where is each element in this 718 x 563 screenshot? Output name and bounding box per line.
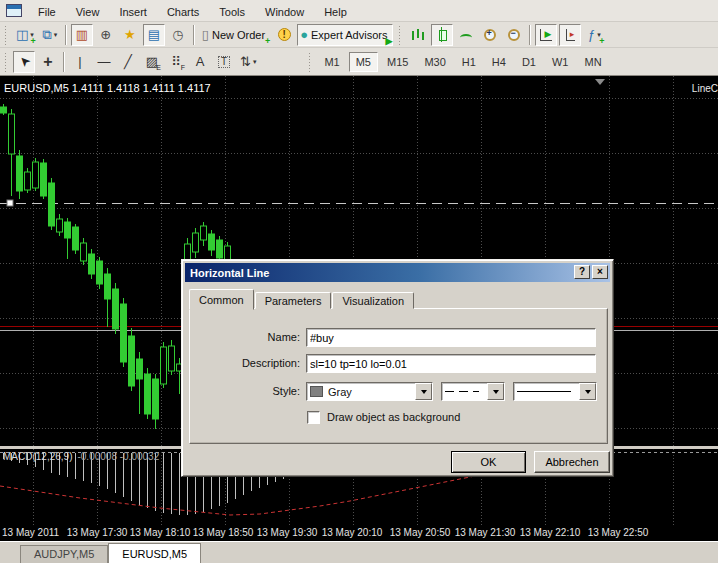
timeframe-d1[interactable]: D1 [515,52,543,72]
navigator-icon: ★ [124,28,136,41]
tab-common[interactable]: Common [189,289,254,310]
strategy-tester-button[interactable]: ◷ [167,24,189,46]
zoom-out-button[interactable] [503,24,525,46]
name-input[interactable] [306,328,596,347]
line-style-combo[interactable] [441,382,505,401]
data-window-button[interactable]: ⊕ [95,24,117,46]
timeframe-m15[interactable]: M15 [380,52,415,72]
market-watch-button[interactable]: ▥ [71,24,93,46]
timeframe-m30[interactable]: M30 [417,52,452,72]
candlestick-mode-icon [434,27,450,42]
style-color-value: Gray [328,386,352,398]
trendline-tool-button[interactable]: ╱ [117,51,139,73]
new-order-button[interactable]: ▯+New Order [199,24,271,46]
dialog-titlebar-buttons: ? × [574,265,608,279]
menu-item-window[interactable]: Window [255,3,314,21]
expert-advisors-button[interactable]: ●▶Expert Advisors [297,24,393,46]
alert-button[interactable]: ! [273,24,295,46]
dialog-title-bar[interactable]: Horizontal Line ? × [185,263,610,282]
chevron-down-icon[interactable] [415,383,432,400]
vertical-line-tool-icon: | [78,55,81,68]
text-label-tool-button[interactable]: T [213,51,235,73]
zoom-out-icon [506,27,522,42]
timeframe-w1[interactable]: W1 [545,52,576,72]
chevron-down-icon[interactable] [487,383,504,400]
toolbar-drag-handle [4,25,8,45]
time-label: 13 May 21:30 [455,527,516,538]
description-input[interactable] [306,354,596,373]
toolbar-drag-handle [308,52,312,72]
chevron-down-icon[interactable] [579,383,596,400]
vertical-line-tool-button[interactable]: | [69,51,91,73]
indicators-button[interactable]: ƒ+▾ [583,24,605,46]
menu-item-view[interactable]: View [66,3,110,21]
toolbar-gap [260,61,304,62]
navigator-button[interactable]: ★ [119,24,141,46]
menu-item-help[interactable]: Help [314,3,357,21]
menu-item-insert[interactable]: Insert [109,3,157,21]
new-chart-button[interactable]: ◫+▾ [13,24,37,46]
timeframe-m1[interactable]: M1 [317,52,346,72]
toolbar-separator [193,25,195,45]
close-icon[interactable]: × [592,265,608,279]
timeframe-h4[interactable]: H4 [485,52,513,72]
fibonacci-tool-button[interactable]: ⠿F [165,51,187,73]
menu-item-charts[interactable]: Charts [157,3,209,21]
horizontal-line-tool-button[interactable]: — [93,51,115,73]
cursor-tool-button[interactable]: ➤ [13,51,35,73]
arrows-tool-button[interactable]: ⇅▾ [237,51,259,73]
menu-item-file[interactable]: File [28,3,66,21]
ok-button[interactable]: OK [451,451,526,473]
horizontal-line-tool-icon: — [98,55,111,68]
new-chart-icon: ◫ [16,28,28,41]
line-width-combo[interactable] [513,382,597,401]
description-label: Description: [190,357,300,369]
new-order-icon: ▯ [202,28,209,41]
bar-chart-mode-button[interactable] [407,24,429,46]
equidistant-channel-tool-button[interactable]: ▨E [141,51,163,73]
dropdown-caret-icon: ▾ [54,31,58,39]
toolbar-drag-handle [398,25,402,45]
macd-values: -0.00008 -0.00032 [77,451,159,462]
trendline-tool-icon: ╱ [124,55,132,68]
chart-tab-eurusd-m5[interactable]: EURUSD,M5 [108,543,201,563]
data-window-icon: ⊕ [100,28,111,41]
toolbar-standard: ◫+▾⧉▾▥⊕★▤◷▯+New Order!●▶Expert Advisors▶… [0,22,718,48]
text-label-tool-icon: T [218,56,230,68]
cancel-button[interactable]: Abbrechen [534,451,610,473]
timeframe-h1[interactable]: H1 [455,52,483,72]
profiles-button[interactable]: ⧉▾ [39,24,61,46]
help-button[interactable]: ? [574,265,590,279]
time-label: 13 May 2011 [2,527,59,538]
text-tool-button[interactable]: A [189,51,211,73]
app-chart-icon [6,4,22,17]
style-color-combo[interactable]: Gray [306,382,433,401]
dropdown-caret-icon: ▾ [253,58,257,66]
dialog-tabs: CommonParametersVisualization [189,288,415,309]
tab-parameters[interactable]: Parameters [255,292,332,309]
timeframe-mn[interactable]: MN [577,52,608,72]
zoom-in-icon [482,27,498,42]
line-chart-mode-button[interactable] [455,24,477,46]
candlestick-mode-button[interactable] [431,24,453,46]
time-label: 13 May 17:30 [67,527,128,538]
auto-scroll-button[interactable]: ▶ [535,24,557,46]
time-label: 13 May 22:10 [520,527,581,538]
tab-visualization[interactable]: Visualization [332,292,414,309]
strategy-tester-icon: ◷ [172,28,183,41]
chart-tabs-bar: AUDJPY,M5EURUSD,M5 [0,541,718,563]
color-swatch [310,386,323,397]
alert-icon: ! [278,28,291,41]
zoom-in-button[interactable] [479,24,501,46]
time-label: 13 May 18:50 [193,527,254,538]
line-chart-mode-icon [458,27,474,42]
timeframe-m5[interactable]: M5 [349,52,378,72]
crosshair-tool-button[interactable]: + [37,51,59,73]
terminal-button[interactable]: ▤ [143,24,165,46]
chart-shift-button[interactable]: ▸ [559,24,581,46]
chart-tab-audjpy-m5[interactable]: AUDJPY,M5 [20,545,108,563]
menu-item-tools[interactable]: Tools [209,3,255,21]
cursor-tool-icon: ➤ [16,53,33,70]
background-checkbox[interactable] [307,411,320,424]
horizontal-line-dialog: Horizontal Line ? × CommonParametersVisu… [181,259,614,477]
